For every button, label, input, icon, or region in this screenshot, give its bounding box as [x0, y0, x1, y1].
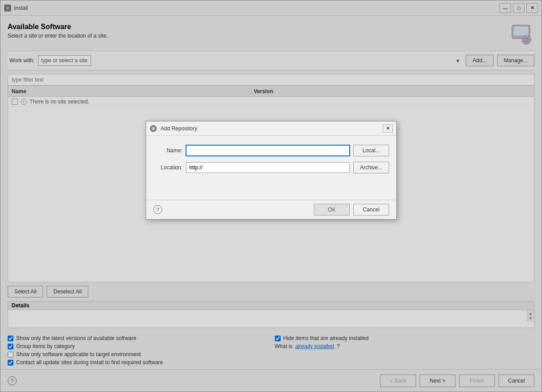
dialog-footer-right: OK Cancel — [314, 204, 389, 215]
dialog-help-icon[interactable]: ? — [153, 205, 162, 214]
name-field-label: Name: — [153, 147, 182, 154]
name-field-input[interactable] — [186, 145, 350, 156]
location-field-row: Location: Archive... — [153, 162, 389, 173]
name-field-row: Name: Local... — [153, 145, 389, 156]
dialog-icon — [150, 125, 157, 132]
dialog-ok-button[interactable]: OK — [314, 204, 350, 215]
dialog-title-bar: Add Repository ✕ — [146, 121, 396, 136]
location-field-input[interactable] — [186, 162, 350, 173]
dialog-close-button[interactable]: ✕ — [383, 125, 393, 133]
dialog-title: Add Repository — [160, 125, 383, 132]
dialog-help: ? — [153, 205, 162, 214]
add-repository-dialog: Add Repository ✕ Name: Local... Location… — [146, 121, 397, 220]
dialog-overlay: Add Repository ✕ Name: Local... Location… — [0, 0, 542, 392]
main-window: Install — □ ✕ Available Software Select … — [0, 0, 542, 392]
local-button[interactable]: Local... — [353, 145, 389, 156]
dialog-cancel-button[interactable]: Cancel — [353, 204, 389, 215]
archive-button[interactable]: Archive... — [353, 162, 389, 173]
dialog-body: Name: Local... Location: Archive... — [146, 136, 396, 200]
dialog-footer: ? OK Cancel — [146, 200, 396, 219]
location-field-label: Location: — [153, 164, 182, 171]
